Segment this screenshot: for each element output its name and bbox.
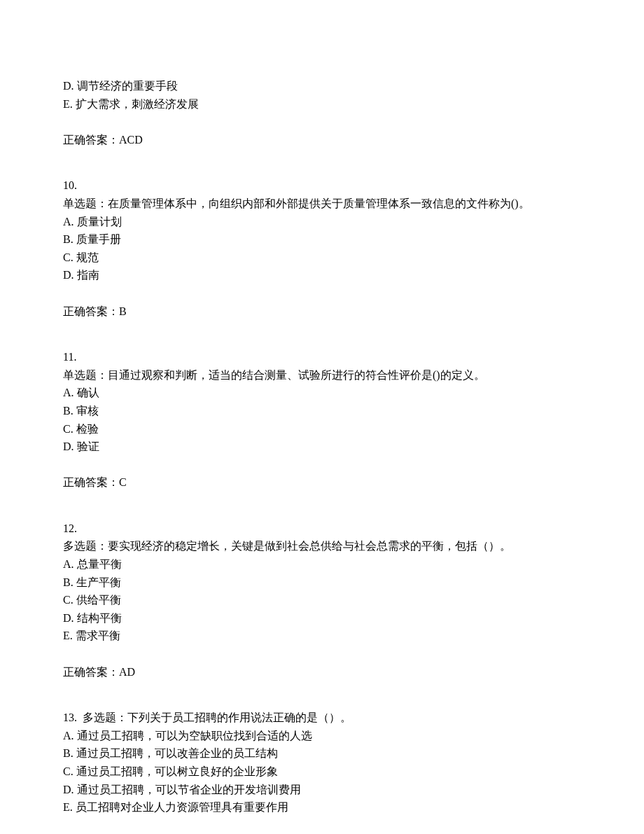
answer-line: 正确答案：AD (63, 663, 581, 681)
option-a: A. 质量计划 (63, 213, 581, 231)
question-number-stem: 13. 多选题：下列关于员工招聘的作用说法正确的是（）。 (63, 709, 581, 727)
answer-value: C (119, 476, 127, 488)
answer-label: 正确答案： (63, 305, 119, 317)
answer-line: 正确答案：B (63, 303, 581, 321)
option-d: D. 验证 (63, 438, 581, 456)
answer-line: 正确答案：ACD (63, 131, 581, 149)
answer-label: 正确答案： (63, 134, 119, 146)
option-c: C. 通过员工招聘，可以树立良好的企业形象 (63, 763, 581, 781)
option-a: A. 确认 (63, 384, 581, 402)
answer-label: 正确答案： (63, 666, 119, 678)
answer-value: B (119, 305, 127, 317)
question-10: 10. 单选题：在质量管理体系中，向组织内部和外部提供关于质量管理体系一致信息的… (63, 176, 581, 320)
question-stem: 多选题：要实现经济的稳定增长，关键是做到社会总供给与社会总需求的平衡，包括（）。 (63, 537, 581, 555)
question-number: 12. (63, 520, 581, 538)
answer-value: AD (119, 666, 135, 678)
option-a: A. 总量平衡 (63, 555, 581, 574)
question-12: 12. 多选题：要实现经济的稳定增长，关键是做到社会总供给与社会总需求的平衡，包… (63, 520, 581, 681)
option-b: B. 审核 (63, 402, 581, 420)
option-d: D. 调节经济的重要手段 (63, 77, 581, 95)
option-a: A. 通过员工招聘，可以为空缺职位找到合适的人选 (63, 727, 581, 745)
option-c: C. 供给平衡 (63, 591, 581, 609)
option-b: B. 生产平衡 (63, 574, 581, 592)
question-13: 13. 多选题：下列关于员工招聘的作用说法正确的是（）。 A. 通过员工招聘，可… (63, 709, 581, 816)
question-9-partial: D. 调节经济的重要手段 E. 扩大需求，刺激经济发展 正确答案：ACD (63, 77, 581, 148)
question-number: 10. (63, 176, 581, 195)
option-e: E. 扩大需求，刺激经济发展 (63, 95, 581, 113)
option-c: C. 检验 (63, 420, 581, 438)
option-c: C. 规范 (63, 249, 581, 267)
answer-value: ACD (119, 134, 143, 146)
question-number: 11. (63, 348, 581, 366)
question-stem: 单选题：目通过观察和判断，适当的结合测量、试验所进行的符合性评价是()的定义。 (63, 366, 581, 384)
option-e: E. 员工招聘对企业人力资源管理具有重要作用 (63, 798, 581, 816)
answer-line: 正确答案：C (63, 473, 581, 492)
option-d: D. 指南 (63, 266, 581, 284)
option-b: B. 质量手册 (63, 230, 581, 249)
option-d: D. 通过员工招聘，可以节省企业的开发培训费用 (63, 781, 581, 799)
question-stem: 单选题：在质量管理体系中，向组织内部和外部提供关于质量管理体系一致信息的文件称为… (63, 195, 581, 213)
question-11: 11. 单选题：目通过观察和判断，适当的结合测量、试验所进行的符合性评价是()的… (63, 348, 581, 492)
option-e: E. 需求平衡 (63, 627, 581, 645)
option-b: B. 通过员工招聘，可以改善企业的员工结构 (63, 744, 581, 763)
document-page: D. 调节经济的重要手段 E. 扩大需求，刺激经济发展 正确答案：ACD 10.… (0, 0, 644, 834)
answer-label: 正确答案： (63, 476, 119, 488)
option-d: D. 结构平衡 (63, 609, 581, 627)
